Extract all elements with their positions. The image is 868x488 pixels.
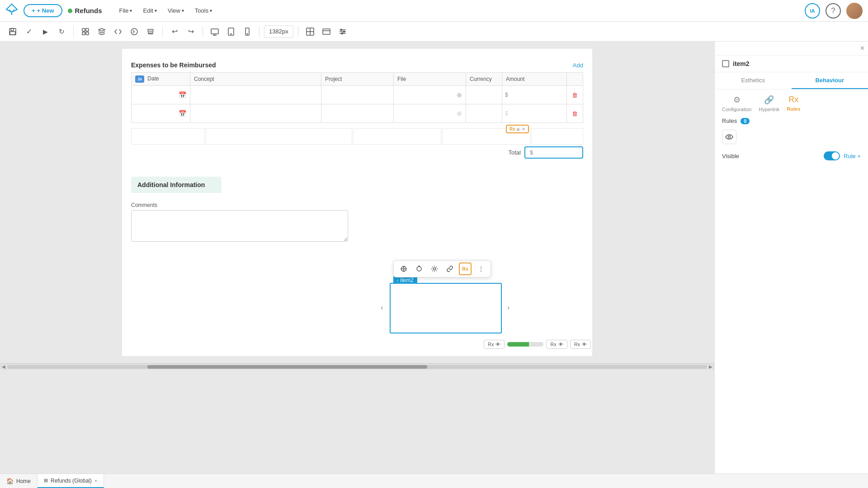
visible-toggle[interactable] [824,151,840,160]
more-button[interactable]: ⋮ [474,263,487,275]
currency-input-1[interactable] [468,89,500,101]
rule-add-button[interactable]: Rule + [844,153,861,160]
rules-icon: Rx [788,95,798,104]
move-button[interactable] [397,263,410,275]
rotate-button[interactable] [413,263,425,275]
nav-right-arrow[interactable]: › [507,304,509,312]
upload-icon-1[interactable]: ⊕ [455,91,464,99]
file-input-1[interactable] [396,89,454,101]
scroll-track[interactable] [7,365,707,369]
item2-checkbox[interactable] [722,60,729,67]
rx-button-active[interactable]: Rx [459,263,472,275]
svg-rect-4 [86,28,89,31]
check-button[interactable]: ✓ [22,24,36,39]
canvas-area[interactable]: Expenses to be Reimbursed Add Js Date Co… [0,42,714,474]
grid-button[interactable] [303,24,317,39]
menu-file[interactable]: File ▾ [115,5,137,16]
settings-layout-button[interactable] [335,24,350,39]
tab-home[interactable]: 🏠 Home [0,474,38,488]
main-toolbar: ✓ ▶ ↻ ↩ ↪ [0,22,868,42]
right-panel: × item2 Esthetics Behaviour ⚙ Configurat… [714,42,868,474]
item2-selected-box[interactable] [390,283,502,333]
main-layout: Expenses to be Reimbursed Add Js Date Co… [0,42,868,474]
tab-esthetics[interactable]: Esthetics [715,72,792,89]
scroll-left-arrow[interactable]: ◀ [2,364,5,369]
add-button[interactable]: Add [573,62,583,69]
run-button[interactable]: ▶ [38,24,52,39]
close-panel-button[interactable]: × [860,44,864,52]
layers-button[interactable] [94,24,109,39]
gear-button[interactable] [428,263,441,275]
scroll-thumb[interactable] [147,365,427,369]
empty-cell [531,128,583,145]
total-input[interactable]: $ [524,146,583,159]
cell-concept-1 [190,86,321,104]
tab-refunds[interactable]: ⊞ Refunds (Global) × [38,474,104,488]
total-value-input[interactable] [535,150,571,156]
ia-badge[interactable]: IA [805,3,820,19]
file-input-2[interactable] [396,107,454,120]
rx-item-3: Rx 👁 [570,340,591,349]
menu-tools[interactable]: Tools ▾ [190,5,217,16]
calendar-icon-2[interactable]: 📅 [177,110,188,117]
save-button[interactable] [5,24,20,39]
menu-edit[interactable]: Edit ▾ [138,5,161,16]
horizontal-scrollbar[interactable]: ◀ ▶ [0,363,714,370]
item2-tag-label: item2 [400,277,413,283]
sub-tab-hyperlink[interactable]: 🔗 Hyperlink [759,95,779,112]
rx-close[interactable]: ✕ [522,127,525,131]
desktop-view-button[interactable] [208,24,222,39]
html-button[interactable] [143,24,158,39]
user-avatar[interactable] [846,3,863,19]
rx-text: a⃞ [517,127,520,131]
canvas-content: Expenses to be Reimbursed Add Js Date Co… [122,49,592,356]
plus-icon: + [32,7,35,14]
nav-left-arrow[interactable]: ‹ [381,304,383,312]
comments-textarea[interactable] [131,210,348,242]
refresh-button[interactable]: ↻ [54,24,69,39]
scroll-right-arrow[interactable]: ▶ [709,364,712,369]
divider-2 [162,26,163,37]
concept-input-2[interactable] [192,107,319,120]
new-button[interactable]: + + New [24,4,62,17]
currency-input-2[interactable] [468,107,500,120]
refresh-icon: ↻ [59,28,65,36]
link-button[interactable] [443,263,456,275]
redo-button[interactable]: ↪ [184,24,198,39]
menu-view[interactable]: View ▾ [163,5,189,16]
total-area: Rx a⃞ ✕ Total [131,128,583,159]
component-button[interactable] [78,24,93,39]
sub-tab-rules[interactable]: Rx Rules [787,95,800,112]
help-button[interactable]: ? [826,3,841,19]
date-input-1[interactable] [133,89,176,101]
bottom-bar: 🏠 Home ⊞ Refunds (Global) × [0,474,868,488]
comments-area: Comments [131,193,583,248]
project-input-1[interactable] [323,89,392,101]
amount-input-1[interactable] [509,89,564,101]
tab-close-button[interactable]: × [94,478,97,483]
sub-tab-configuration[interactable]: ⚙ Configuration [722,95,751,112]
delete-icon-1[interactable]: 🗑 [569,92,581,99]
col-project: Project [321,73,394,86]
delete-icon-2[interactable]: 🗑 [569,110,581,117]
window-button[interactable] [319,24,334,39]
section-header: Expenses to be Reimbursed Add [131,58,583,72]
undo-button[interactable]: ↩ [167,24,182,39]
code-button[interactable] [111,24,125,39]
tab-behaviour[interactable]: Behaviour [792,72,868,89]
project-input-2[interactable] [323,107,392,120]
tablet-view-button[interactable] [224,24,238,39]
amount-input-2[interactable] [509,107,564,120]
floating-context-toolbar: Rx ⋮ [393,260,491,277]
svg-point-21 [340,29,342,30]
mobile-view-button[interactable] [240,24,255,39]
brackets-button[interactable] [127,24,142,39]
calendar-icon-1[interactable]: 📅 [177,91,188,99]
eye-visibility-button[interactable] [722,130,736,144]
menu-bar: File ▾ Edit ▾ View ▾ Tools ▾ [115,5,217,16]
date-input-2[interactable] [133,107,176,120]
upload-icon-2[interactable]: ⊕ [455,110,464,117]
concept-input-1[interactable] [192,89,319,101]
col-amount: Amount [502,73,567,86]
comments-label: Comments [131,202,583,208]
